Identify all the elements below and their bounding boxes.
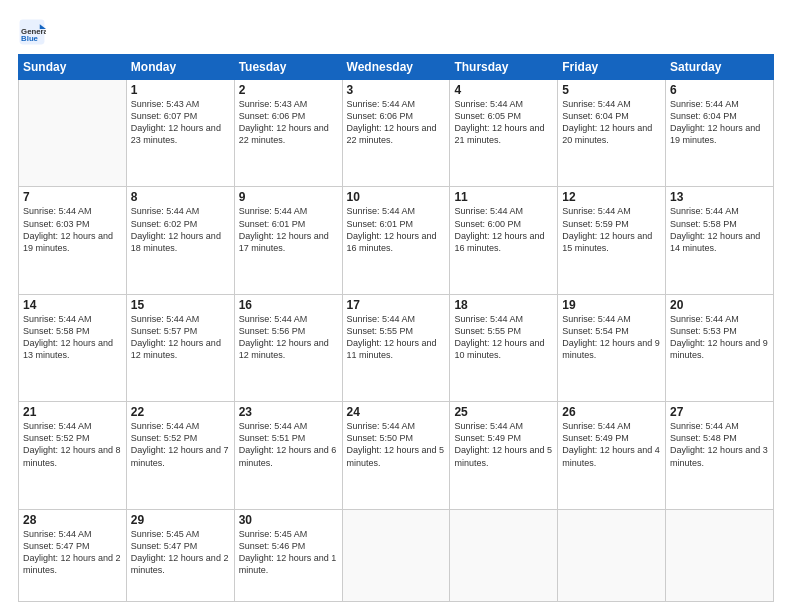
header: General Blue [18, 18, 774, 46]
calendar-cell: 6Sunrise: 5:44 AM Sunset: 6:04 PM Daylig… [666, 80, 774, 187]
day-number: 7 [23, 190, 122, 204]
calendar-cell: 2Sunrise: 5:43 AM Sunset: 6:06 PM Daylig… [234, 80, 342, 187]
weekday-header: Wednesday [342, 55, 450, 80]
cell-info: Sunrise: 5:44 AM Sunset: 6:01 PM Dayligh… [239, 205, 338, 254]
day-number: 17 [347, 298, 446, 312]
day-number: 23 [239, 405, 338, 419]
cell-info: Sunrise: 5:44 AM Sunset: 5:56 PM Dayligh… [239, 313, 338, 362]
page: General Blue SundayMondayTuesdayWednesda… [0, 0, 792, 612]
cell-info: Sunrise: 5:44 AM Sunset: 6:04 PM Dayligh… [670, 98, 769, 147]
calendar-header-row: SundayMondayTuesdayWednesdayThursdayFrid… [19, 55, 774, 80]
day-number: 19 [562, 298, 661, 312]
calendar-week-row: 28Sunrise: 5:44 AM Sunset: 5:47 PM Dayli… [19, 509, 774, 601]
calendar-cell: 8Sunrise: 5:44 AM Sunset: 6:02 PM Daylig… [126, 187, 234, 294]
calendar-cell: 17Sunrise: 5:44 AM Sunset: 5:55 PM Dayli… [342, 294, 450, 401]
cell-info: Sunrise: 5:44 AM Sunset: 5:58 PM Dayligh… [670, 205, 769, 254]
calendar-cell: 4Sunrise: 5:44 AM Sunset: 6:05 PM Daylig… [450, 80, 558, 187]
calendar-cell: 15Sunrise: 5:44 AM Sunset: 5:57 PM Dayli… [126, 294, 234, 401]
cell-info: Sunrise: 5:45 AM Sunset: 5:47 PM Dayligh… [131, 528, 230, 577]
day-number: 26 [562, 405, 661, 419]
calendar-cell: 9Sunrise: 5:44 AM Sunset: 6:01 PM Daylig… [234, 187, 342, 294]
calendar-cell: 1Sunrise: 5:43 AM Sunset: 6:07 PM Daylig… [126, 80, 234, 187]
weekday-header: Thursday [450, 55, 558, 80]
calendar-week-row: 1Sunrise: 5:43 AM Sunset: 6:07 PM Daylig… [19, 80, 774, 187]
cell-info: Sunrise: 5:44 AM Sunset: 6:06 PM Dayligh… [347, 98, 446, 147]
cell-info: Sunrise: 5:44 AM Sunset: 5:59 PM Dayligh… [562, 205, 661, 254]
cell-info: Sunrise: 5:44 AM Sunset: 5:54 PM Dayligh… [562, 313, 661, 362]
weekday-header: Saturday [666, 55, 774, 80]
day-number: 10 [347, 190, 446, 204]
cell-info: Sunrise: 5:43 AM Sunset: 6:07 PM Dayligh… [131, 98, 230, 147]
day-number: 18 [454, 298, 553, 312]
cell-info: Sunrise: 5:44 AM Sunset: 5:51 PM Dayligh… [239, 420, 338, 469]
day-number: 15 [131, 298, 230, 312]
calendar-cell: 21Sunrise: 5:44 AM Sunset: 5:52 PM Dayli… [19, 402, 127, 509]
day-number: 20 [670, 298, 769, 312]
cell-info: Sunrise: 5:44 AM Sunset: 5:49 PM Dayligh… [562, 420, 661, 469]
cell-info: Sunrise: 5:44 AM Sunset: 6:01 PM Dayligh… [347, 205, 446, 254]
cell-info: Sunrise: 5:44 AM Sunset: 6:03 PM Dayligh… [23, 205, 122, 254]
weekday-header: Friday [558, 55, 666, 80]
day-number: 28 [23, 513, 122, 527]
calendar-cell: 29Sunrise: 5:45 AM Sunset: 5:47 PM Dayli… [126, 509, 234, 601]
calendar-cell: 24Sunrise: 5:44 AM Sunset: 5:50 PM Dayli… [342, 402, 450, 509]
calendar-cell: 5Sunrise: 5:44 AM Sunset: 6:04 PM Daylig… [558, 80, 666, 187]
calendar-cell: 26Sunrise: 5:44 AM Sunset: 5:49 PM Dayli… [558, 402, 666, 509]
calendar-cell: 25Sunrise: 5:44 AM Sunset: 5:49 PM Dayli… [450, 402, 558, 509]
calendar-week-row: 21Sunrise: 5:44 AM Sunset: 5:52 PM Dayli… [19, 402, 774, 509]
day-number: 2 [239, 83, 338, 97]
day-number: 1 [131, 83, 230, 97]
day-number: 8 [131, 190, 230, 204]
day-number: 14 [23, 298, 122, 312]
calendar-cell: 14Sunrise: 5:44 AM Sunset: 5:58 PM Dayli… [19, 294, 127, 401]
calendar-cell [558, 509, 666, 601]
day-number: 21 [23, 405, 122, 419]
day-number: 22 [131, 405, 230, 419]
cell-info: Sunrise: 5:44 AM Sunset: 6:00 PM Dayligh… [454, 205, 553, 254]
day-number: 29 [131, 513, 230, 527]
calendar-cell: 16Sunrise: 5:44 AM Sunset: 5:56 PM Dayli… [234, 294, 342, 401]
calendar-cell: 7Sunrise: 5:44 AM Sunset: 6:03 PM Daylig… [19, 187, 127, 294]
cell-info: Sunrise: 5:44 AM Sunset: 5:50 PM Dayligh… [347, 420, 446, 469]
logo-icon: General Blue [18, 18, 46, 46]
calendar-cell [19, 80, 127, 187]
calendar-cell [342, 509, 450, 601]
calendar-cell: 27Sunrise: 5:44 AM Sunset: 5:48 PM Dayli… [666, 402, 774, 509]
day-number: 6 [670, 83, 769, 97]
calendar-cell: 12Sunrise: 5:44 AM Sunset: 5:59 PM Dayli… [558, 187, 666, 294]
calendar-week-row: 7Sunrise: 5:44 AM Sunset: 6:03 PM Daylig… [19, 187, 774, 294]
cell-info: Sunrise: 5:44 AM Sunset: 5:53 PM Dayligh… [670, 313, 769, 362]
calendar-cell: 3Sunrise: 5:44 AM Sunset: 6:06 PM Daylig… [342, 80, 450, 187]
logo: General Blue [18, 18, 50, 46]
cell-info: Sunrise: 5:43 AM Sunset: 6:06 PM Dayligh… [239, 98, 338, 147]
day-number: 16 [239, 298, 338, 312]
cell-info: Sunrise: 5:44 AM Sunset: 5:52 PM Dayligh… [23, 420, 122, 469]
day-number: 11 [454, 190, 553, 204]
cell-info: Sunrise: 5:44 AM Sunset: 6:04 PM Dayligh… [562, 98, 661, 147]
day-number: 25 [454, 405, 553, 419]
calendar-cell: 19Sunrise: 5:44 AM Sunset: 5:54 PM Dayli… [558, 294, 666, 401]
calendar-cell: 30Sunrise: 5:45 AM Sunset: 5:46 PM Dayli… [234, 509, 342, 601]
cell-info: Sunrise: 5:44 AM Sunset: 5:52 PM Dayligh… [131, 420, 230, 469]
day-number: 30 [239, 513, 338, 527]
calendar-cell: 10Sunrise: 5:44 AM Sunset: 6:01 PM Dayli… [342, 187, 450, 294]
cell-info: Sunrise: 5:44 AM Sunset: 5:55 PM Dayligh… [454, 313, 553, 362]
calendar-week-row: 14Sunrise: 5:44 AM Sunset: 5:58 PM Dayli… [19, 294, 774, 401]
calendar-cell: 18Sunrise: 5:44 AM Sunset: 5:55 PM Dayli… [450, 294, 558, 401]
day-number: 12 [562, 190, 661, 204]
calendar-table: SundayMondayTuesdayWednesdayThursdayFrid… [18, 54, 774, 602]
cell-info: Sunrise: 5:44 AM Sunset: 5:48 PM Dayligh… [670, 420, 769, 469]
weekday-header: Sunday [19, 55, 127, 80]
day-number: 13 [670, 190, 769, 204]
svg-text:Blue: Blue [21, 34, 39, 43]
calendar-cell: 13Sunrise: 5:44 AM Sunset: 5:58 PM Dayli… [666, 187, 774, 294]
day-number: 5 [562, 83, 661, 97]
weekday-header: Monday [126, 55, 234, 80]
calendar-cell: 22Sunrise: 5:44 AM Sunset: 5:52 PM Dayli… [126, 402, 234, 509]
calendar-cell: 20Sunrise: 5:44 AM Sunset: 5:53 PM Dayli… [666, 294, 774, 401]
calendar-cell: 23Sunrise: 5:44 AM Sunset: 5:51 PM Dayli… [234, 402, 342, 509]
calendar-cell [666, 509, 774, 601]
day-number: 9 [239, 190, 338, 204]
day-number: 24 [347, 405, 446, 419]
cell-info: Sunrise: 5:44 AM Sunset: 6:02 PM Dayligh… [131, 205, 230, 254]
